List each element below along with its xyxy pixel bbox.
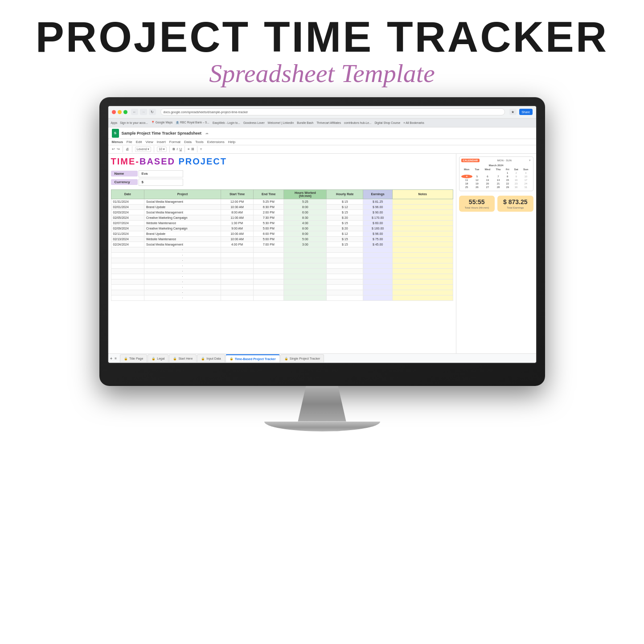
menu-file[interactable]: File [127, 140, 132, 144]
tab-input-data[interactable]: 🔒 Input Data [197, 354, 225, 362]
font-size-selector[interactable]: 10 ▾ [157, 147, 167, 152]
calendar-day[interactable]: 2 [512, 171, 521, 175]
calendar-day[interactable]: 24 [521, 182, 531, 185]
calendar-day[interactable]: 1 [503, 171, 512, 175]
name-field-row: Name Eva [111, 170, 453, 177]
menu-view[interactable]: View [146, 140, 153, 144]
calendar-day[interactable]: 21 [493, 182, 504, 185]
calendar-day[interactable]: 8 [503, 175, 512, 178]
calendar-day[interactable]: 11 [461, 178, 472, 182]
empty-table-row: · [111, 258, 453, 263]
calendar-day[interactable]: 5 [472, 175, 482, 178]
calendar-day [472, 171, 482, 175]
table-row[interactable]: 01/31/2024 Social Media Management 12:00… [111, 199, 453, 204]
menu-help[interactable]: Help [228, 140, 235, 144]
toolbar-divider-2 [132, 146, 132, 152]
calendar-nav[interactable]: ▾ [529, 159, 531, 162]
calendar-day[interactable]: 22 [503, 182, 512, 185]
calendar-box: CALENDAR MON - SUN ▾ March 2024 Mon Tue … [459, 156, 533, 191]
toolbar-print[interactable]: 🖨 [126, 147, 129, 151]
share-button[interactable]: Share [519, 109, 533, 115]
table-row[interactable]: 02/07/2024 Website Maintenance 1:30 PM 5… [111, 220, 453, 226]
toolbar-merge[interactable]: ⊞ [191, 147, 194, 151]
browser-toolbar: ← → ↻ docs.google.com/spreadsheets/d/sam… [108, 106, 536, 119]
bookmarks-bar: Apps Sign in to your acco... 📍 Google Ma… [108, 119, 536, 127]
calendar-day[interactable]: 12 [472, 178, 482, 182]
calendar-day[interactable]: 14 [493, 178, 504, 182]
toolbar-divider-3 [154, 146, 154, 152]
calendar-day[interactable]: 26 [472, 185, 482, 189]
table-row[interactable]: 02/11/2024 Brand Update 10:00 AM 6:00 PM… [111, 231, 453, 236]
calendar-day[interactable]: 13 [482, 178, 493, 182]
toolbar-redo[interactable]: ↪ [117, 147, 120, 151]
total-hours-value: 55:55 [462, 198, 492, 205]
tab-start-here[interactable]: 🔒 Start Here [169, 354, 197, 362]
table-row[interactable]: 02/24/2024 Social Media Management 4:00 … [111, 242, 453, 247]
add-sheet-icon[interactable]: + [110, 356, 113, 361]
cal-sat: Sat [512, 168, 521, 171]
main-title: PROJECT TIME TRACKER [36, 13, 608, 61]
calendar-day[interactable]: 20 [482, 182, 493, 185]
url-bar[interactable]: docs.google.com/spreadsheets/d/sample-pr… [160, 108, 505, 115]
toolbar-underline[interactable]: U [180, 147, 182, 151]
minimize-icon[interactable] [118, 110, 122, 114]
tab-title-page[interactable]: 🔒 Title Page [120, 354, 147, 362]
calendar-day[interactable]: 25 [461, 185, 472, 189]
menu-tools[interactable]: Tools [195, 140, 204, 144]
close-icon[interactable] [112, 110, 116, 114]
calendar-day[interactable]: 23 [512, 182, 521, 185]
empty-table-row: · [111, 279, 453, 284]
currency-input[interactable]: $ [139, 179, 183, 186]
col-header-start: Start Time [221, 189, 254, 199]
menu-insert[interactable]: Insert [157, 140, 166, 144]
tab-time-based-tracker[interactable]: 🔒 Time-Based Project Tracker [226, 354, 280, 362]
calendar-day[interactable]: 16 [512, 178, 521, 182]
toolbar-align[interactable]: ≡ [188, 147, 189, 151]
calendar-day[interactable]: 4 [461, 175, 472, 178]
menu-data[interactable]: Data [184, 140, 192, 144]
table-row[interactable]: 02/05/2024 Creative Marketing Campaign 1… [111, 215, 453, 220]
col-header-rate: Hourly Rate [327, 189, 363, 199]
menu-menus[interactable]: Menus [112, 140, 123, 144]
calendar-day[interactable]: 19 [472, 182, 482, 185]
calendar-day[interactable]: 15 [503, 178, 512, 182]
calendar-day[interactable]: 27 [482, 185, 493, 189]
name-input[interactable]: Eva [139, 170, 183, 177]
calendar-day[interactable]: 6 [482, 175, 493, 178]
calendar-day[interactable]: 31 [521, 185, 531, 189]
toolbar-undo[interactable]: ↩ [112, 147, 115, 151]
maximize-icon[interactable] [123, 110, 127, 114]
calendar-label: CALENDAR [461, 159, 480, 162]
toolbar-italic[interactable]: I [177, 147, 178, 151]
menu-edit[interactable]: Edit [136, 140, 142, 144]
sheet-list-icon[interactable]: ≡ [115, 357, 117, 361]
toolbar-more[interactable]: ▿ [200, 147, 202, 151]
calendar-day[interactable]: 28 [493, 185, 504, 189]
calendar-view: MON - SUN [497, 159, 512, 162]
menu-format[interactable]: Format [169, 140, 180, 144]
calendar-day[interactable]: 18 [461, 182, 472, 185]
table-row[interactable]: 02/13/2024 Website Maintenance 10:00 AM … [111, 236, 453, 242]
calendar-day[interactable]: 29 [503, 185, 512, 189]
calendar-day[interactable]: 9 [512, 175, 521, 178]
calendar-day [482, 171, 493, 175]
title-word-1: TIME- [111, 156, 139, 166]
calendar-day[interactable]: 3 [521, 171, 531, 175]
calendar-day[interactable]: 7 [493, 175, 504, 178]
empty-table-row: · [111, 295, 453, 300]
calendar-day[interactable]: 30 [512, 185, 521, 189]
calendar-day[interactable]: 10 [521, 175, 531, 178]
tab-legal[interactable]: 🔒 Legal [148, 354, 168, 362]
font-selector[interactable]: Lexend ▾ [135, 147, 152, 152]
table-row[interactable]: 02/01/2024 Brand Update 10:30 AM 6:30 PM… [111, 204, 453, 209]
toolbar-bold[interactable]: B [172, 147, 175, 151]
menu-extensions[interactable]: Extensions [207, 140, 225, 144]
sheets-toolbar: ↩ ↪ 🖨 Lexend ▾ 10 ▾ B I U ≡ ⊞ ▿ [108, 145, 536, 154]
cal-thu: Thu [493, 168, 504, 171]
tab-single-tracker[interactable]: 🔒 Single Project Tracker [280, 354, 324, 362]
calendar-day[interactable]: 17 [521, 178, 531, 182]
col-header-project: Project [144, 189, 221, 199]
table-row[interactable]: 02/03/2024 Social Media Management 8:00 … [111, 209, 453, 215]
empty-table-row: · [111, 274, 453, 279]
table-row[interactable]: 02/09/2024 Creative Marketing Campaign 9… [111, 226, 453, 231]
